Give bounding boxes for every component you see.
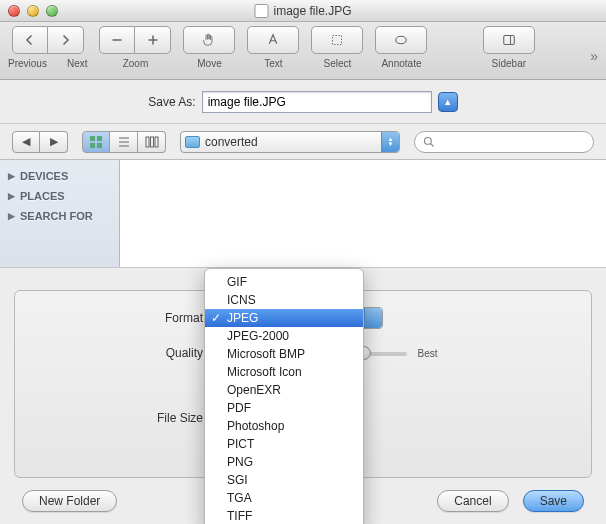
format-menu-item-label: Microsoft BMP (227, 347, 305, 361)
format-menu-item[interactable]: SGI (205, 471, 363, 489)
back-button[interactable]: ◀ (12, 131, 40, 153)
svg-rect-11 (146, 137, 149, 147)
format-menu-item[interactable]: Microsoft BMP (205, 345, 363, 363)
format-menu-item-label: ICNS (227, 293, 256, 307)
format-dropdown-menu[interactable]: GIFICNS✓JPEGJPEG-2000Microsoft BMPMicros… (204, 268, 364, 524)
format-menu-item-label: Photoshop (227, 419, 284, 433)
location-popup[interactable]: converted ▲▼ (180, 131, 400, 153)
nav-group: Previous Next (8, 26, 87, 69)
list-view-icon (117, 135, 131, 149)
previous-button[interactable] (12, 26, 48, 54)
svg-rect-13 (155, 137, 158, 147)
svg-rect-0 (333, 36, 342, 45)
format-menu-item[interactable]: TIFF (205, 507, 363, 524)
next-button[interactable] (48, 26, 84, 54)
format-menu-item[interactable]: OpenEXR (205, 381, 363, 399)
format-menu-item[interactable]: ✓JPEG (205, 309, 363, 327)
format-menu-item-label: PDF (227, 401, 251, 415)
format-menu-item-label: JPEG (227, 311, 258, 325)
annotate-label: Annotate (381, 58, 421, 69)
arrow-left-icon (21, 31, 39, 49)
format-menu-item[interactable]: PICT (205, 435, 363, 453)
search-input[interactable] (440, 136, 585, 148)
window-title: image file.JPG (254, 4, 351, 18)
location-folder-name: converted (205, 135, 258, 149)
app-toolbar: Previous Next Zoom Move Text Select (0, 22, 606, 80)
svg-rect-6 (90, 143, 95, 148)
format-menu-item[interactable]: Photoshop (205, 417, 363, 435)
sidebar-toggle-button[interactable] (483, 26, 535, 54)
previous-label: Previous (8, 58, 47, 69)
format-menu-item-label: TIFF (227, 509, 252, 523)
close-window-button[interactable] (8, 5, 20, 17)
sidebar-searchfor-label: SEARCH FOR (20, 210, 93, 222)
hand-icon (200, 31, 218, 49)
save-as-label: Save As: (148, 95, 195, 109)
arrow-right-icon (56, 31, 74, 49)
move-tool-button[interactable] (183, 26, 235, 54)
marquee-icon (328, 31, 346, 49)
list-view-button[interactable] (110, 131, 138, 153)
move-label: Move (197, 58, 221, 69)
format-menu-item[interactable]: PNG (205, 453, 363, 471)
format-menu-item[interactable]: TGA (205, 489, 363, 507)
titlebar: image file.JPG (0, 0, 606, 22)
sidebar-section-devices[interactable]: ▶ DEVICES (0, 166, 119, 186)
svg-line-15 (431, 143, 434, 146)
window-title-text: image file.JPG (273, 4, 351, 18)
file-list-area[interactable] (120, 160, 606, 267)
format-label: Format (33, 311, 203, 325)
text-tool-button[interactable] (247, 26, 299, 54)
column-view-button[interactable] (138, 131, 166, 153)
toolbar-overflow-button[interactable]: » (590, 26, 598, 64)
zoom-in-button[interactable] (135, 26, 171, 54)
disclosure-triangle-icon: ▲ (443, 97, 452, 107)
zoom-window-button[interactable] (46, 5, 58, 17)
plus-icon (144, 31, 162, 49)
format-menu-item[interactable]: PDF (205, 399, 363, 417)
zoom-label: Zoom (123, 58, 149, 69)
annotate-tool-button[interactable] (375, 26, 427, 54)
zoom-out-button[interactable] (99, 26, 135, 54)
document-icon (254, 4, 268, 18)
format-menu-item-label: TGA (227, 491, 252, 505)
format-menu-item[interactable]: Microsoft Icon (205, 363, 363, 381)
format-menu-item[interactable]: GIF (205, 273, 363, 291)
disclosure-triangle-icon: ▶ (8, 171, 15, 181)
svg-point-14 (425, 137, 432, 144)
select-tool-button[interactable] (311, 26, 363, 54)
window-controls (8, 5, 58, 17)
format-menu-item[interactable]: ICNS (205, 291, 363, 309)
svg-rect-5 (97, 136, 102, 141)
sidebar-places-label: PLACES (20, 190, 65, 202)
text-label: Text (264, 58, 282, 69)
minus-icon (108, 31, 126, 49)
quality-label: Quality (33, 346, 203, 360)
sidebar-devices-label: DEVICES (20, 170, 68, 182)
format-menu-item-label: JPEG-2000 (227, 329, 289, 343)
minimize-window-button[interactable] (27, 5, 39, 17)
forward-button[interactable]: ▶ (40, 131, 68, 153)
disclosure-toggle-button[interactable]: ▲ (438, 92, 458, 112)
svg-point-1 (396, 36, 407, 44)
format-menu-item-label: OpenEXR (227, 383, 281, 397)
column-view-icon (145, 135, 159, 149)
file-browser: ▶ DEVICES ▶ PLACES ▶ SEARCH FOR (0, 160, 606, 268)
svg-rect-12 (150, 137, 153, 147)
select-label: Select (324, 58, 352, 69)
disclosure-triangle-icon: ▶ (8, 211, 15, 221)
folder-icon (185, 136, 200, 148)
svg-rect-2 (504, 36, 515, 45)
sidebar-section-places[interactable]: ▶ PLACES (0, 186, 119, 206)
icon-view-button[interactable] (82, 131, 110, 153)
oval-icon (392, 31, 410, 49)
save-as-input[interactable] (202, 91, 432, 113)
search-icon (423, 136, 435, 148)
quality-best-label: Best (417, 348, 437, 359)
view-mode-switcher (82, 131, 166, 153)
zoom-group: Zoom (99, 26, 171, 69)
save-as-row: Save As: ▲ (0, 80, 606, 124)
sidebar-section-searchfor[interactable]: ▶ SEARCH FOR (0, 206, 119, 226)
format-menu-item[interactable]: JPEG-2000 (205, 327, 363, 345)
search-field[interactable] (414, 131, 594, 153)
